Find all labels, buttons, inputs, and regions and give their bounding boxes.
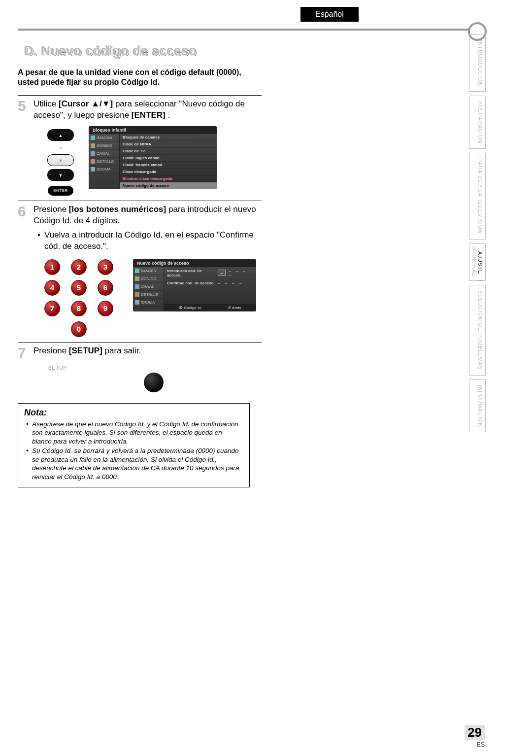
step-5: 5 Utilice [Cursor ▲/▼] para seleccionar …	[18, 99, 262, 121]
setup-button-icon	[144, 373, 164, 392]
osd-cat-idioma: IDIOMA	[89, 166, 119, 173]
label: Confirme cód. de acceso.	[167, 281, 215, 285]
numpad-and-osd-2: 1 2 3 4 5 6 7 8 9 0 Nuevo código de acce…	[42, 259, 262, 337]
text: Utilice	[33, 99, 59, 108]
numkey-8: 8	[71, 301, 87, 316]
enter-button-icon: ENTER	[48, 186, 73, 196]
osd-row-enter-code: Introduzca cód. de acceso. – – – – –	[164, 267, 256, 279]
step-body: Utilice [Cursor ▲/▼] para seleccionar "N…	[33, 99, 262, 121]
text: Presione	[33, 205, 69, 214]
intro-text: A pesar de que la unidad viene con el có…	[18, 68, 262, 87]
osd-entry-area: Introduzca cód. de acceso. – – – – – Con…	[164, 267, 256, 311]
text: .	[168, 110, 170, 120]
dashes: – – – –	[229, 269, 253, 277]
page-number: 29	[465, 725, 485, 740]
separator	[18, 201, 262, 201]
step-number: 5	[18, 99, 33, 113]
osd-item-delete: Eliminar clase descargada	[120, 175, 217, 182]
side-tab-introduccion: INTRODUCCIÓN	[469, 34, 486, 92]
numkey-9: 9	[98, 301, 113, 316]
osd-cat-idioma: IDIOMA	[133, 299, 164, 307]
numkey-2: 2	[71, 259, 87, 275]
osd-row-confirm-code: Confirme cód. de acceso. – – – –	[164, 279, 256, 287]
osd-footer: ⦿ Código Id. ↺ Atrás	[164, 304, 256, 311]
osd-title: Nuevo código de acceso	[133, 259, 256, 267]
step-body: Presione [los botones numéricos] para in…	[33, 204, 262, 252]
side-tab-informacion: INFORMACIÓN	[469, 379, 486, 433]
side-tab-ajuste-opcional: AJUSTE OPCIONAL	[469, 243, 486, 281]
side-tab-television: PARA VER LA TELEVISIÓN	[469, 153, 486, 240]
footer: 29 ES	[465, 725, 485, 748]
osd-cat-imagen: IMAGEN	[133, 267, 164, 275]
remote-and-osd-1: ○ ENTER Bloqueo infantil IMAGEN SONIDO C…	[47, 126, 262, 196]
step-6-bullet: Vuelva a introducir la Código Id. en el …	[39, 230, 262, 252]
language-tab: Español	[300, 7, 359, 22]
osd-cat-imagen: IMAGEN	[89, 134, 119, 142]
osd-categories: IMAGEN SONIDO CANAL DETALLE IDIOMA	[133, 267, 164, 311]
cursor-up-icon	[47, 129, 74, 141]
osd-cat-canal: CANAL	[89, 150, 119, 158]
numkey-7: 7	[44, 301, 60, 316]
setup-button-diagram: SETUP	[45, 365, 262, 392]
header-rule	[18, 29, 483, 31]
osd-cat-detalle: DETALLE	[133, 291, 164, 299]
osd-item: Bloqueo de canales	[120, 134, 217, 141]
osd-item: Clasif. francés canad.	[120, 162, 217, 169]
osd-item-list: Bloqueo de canales Clase de MPAA Clase d…	[120, 134, 217, 189]
osd-item: Clasif. inglés canad.	[120, 155, 217, 162]
step-number: 7	[18, 345, 33, 360]
step-6: 6 Presione [los botones numéricos] para …	[18, 204, 262, 252]
numkey-4: 4	[44, 280, 60, 296]
text: para salir.	[105, 346, 141, 355]
main-content: D. Nuevo código de acceso A pesar de que…	[18, 38, 262, 487]
dashes: – – – –	[218, 281, 243, 285]
osd-cat-canal: CANAL	[133, 283, 164, 291]
cursor-button-ref: [Cursor ▲/▼]	[59, 99, 113, 108]
numkey-6: 6	[98, 280, 113, 296]
numkey-3: 3	[98, 259, 113, 275]
osd-item-selected: Nuevo código de acceso	[120, 182, 217, 189]
foot-atras: ↺ Atrás	[228, 306, 241, 310]
step-7: 7 Presione [SETUP] para salir.	[18, 345, 262, 360]
page-lang: ES	[465, 741, 485, 748]
osd-bloqueo-infantil: Bloqueo infantil IMAGEN SONIDO CANAL DET…	[89, 126, 217, 189]
separator	[18, 95, 262, 96]
num-buttons-ref: [los botones numéricos]	[69, 205, 166, 214]
label: Introduzca cód. de acceso.	[167, 269, 215, 277]
note-box: Nota: Asegúrese de que el nuevo Código I…	[18, 403, 250, 488]
osd-item: Clase de MPAA	[120, 141, 217, 148]
dpad-center: ○	[59, 145, 62, 150]
numpad-diagram: 1 2 3 4 5 6 7 8 9 0	[42, 259, 115, 337]
text: Presione	[33, 346, 69, 355]
side-tab-preparacion: PREPARACIÓN	[469, 96, 486, 149]
side-tab-opcional: OPCIONAL	[471, 244, 477, 280]
osd-cat-sonido: SONIDO	[133, 275, 164, 283]
cursor-down-icon	[47, 169, 74, 181]
side-tab-ajuste: AJUSTE	[477, 244, 483, 280]
osd-categories: IMAGEN SONIDO CANAL DETALLE IDIOMA	[89, 134, 120, 189]
dpad-diagram: ○ ENTER	[47, 129, 74, 196]
entry-box: –	[218, 270, 226, 276]
foot-codigo: ⦿ Código Id.	[179, 306, 202, 310]
step-body: Presione [SETUP] para salir.	[33, 345, 262, 357]
numkey-5: 5	[71, 280, 87, 296]
note-title: Nota:	[24, 408, 243, 418]
step-number: 6	[18, 204, 33, 219]
numkey-1: 1	[44, 259, 60, 275]
osd-item: Clase de TV	[120, 148, 217, 155]
note-item: Asegúrese de que el nuevo Código Id. y e…	[24, 420, 243, 446]
osd-nuevo-codigo: Nuevo código de acceso IMAGEN SONIDO CAN…	[133, 259, 256, 311]
osd-title: Bloqueo infantil	[89, 126, 217, 134]
numkey-0: 0	[71, 321, 87, 337]
note-item: Su Código Id. se borrará y volverá a la …	[24, 447, 243, 481]
osd-cat-sonido: SONIDO	[89, 142, 119, 150]
osd-item: Clase descargada	[120, 169, 217, 175]
side-tabs: INTRODUCCIÓN PREPARACIÓN PARA VER LA TEL…	[469, 34, 486, 436]
setup-label: SETUP	[45, 365, 70, 371]
cursor-down-outline-icon	[47, 154, 74, 166]
enter-button-ref: [ENTER]	[132, 110, 166, 120]
setup-button-ref: [SETUP]	[69, 346, 102, 355]
side-tab-solucion: SOLUCIÓN DE PROBLEMAS	[469, 285, 486, 376]
osd-cat-detalle: DETALLE	[89, 158, 119, 166]
separator	[18, 342, 262, 343]
